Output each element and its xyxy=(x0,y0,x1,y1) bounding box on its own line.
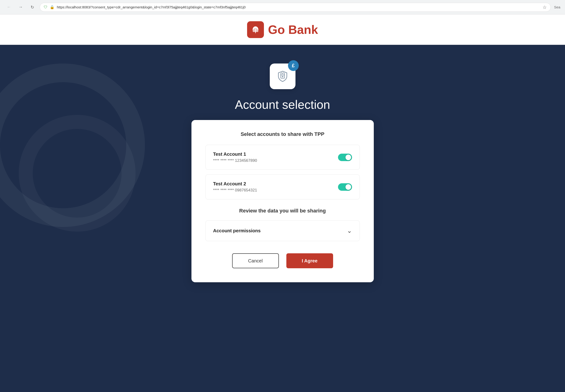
chevron-down-icon: ⌄ xyxy=(347,227,352,234)
account-name-1: Test Account 1 xyxy=(213,152,257,157)
account-number-2: **** **** **** 0987654321 xyxy=(213,188,257,193)
account-info-2: Test Account 2 **** **** **** 0987654321 xyxy=(213,181,257,193)
bookmark-icon[interactable]: ☆ xyxy=(543,4,547,10)
account-number-1: **** **** **** 1234567890 xyxy=(213,158,257,163)
permissions-accordion[interactable]: Account permissions ⌄ xyxy=(206,220,360,241)
action-buttons: Cancel I Agree xyxy=(206,253,360,268)
account-toggle-2[interactable] xyxy=(338,183,352,191)
main-card: Select accounts to share with TPP Test A… xyxy=(192,120,374,282)
toggle-thumb-1 xyxy=(345,154,351,160)
account-toggle-1[interactable] xyxy=(338,154,352,161)
back-button[interactable]: ← xyxy=(5,3,13,12)
review-title: Review the data you will be sharing xyxy=(206,208,360,214)
lock-icon: 🔒 xyxy=(50,5,55,9)
toggle-thumb-2 xyxy=(345,184,351,190)
brand-icon xyxy=(247,21,264,38)
top-header: Go Bank xyxy=(0,14,565,45)
toggle-track-1 xyxy=(338,154,352,161)
reload-button[interactable]: ↻ xyxy=(28,3,36,12)
url-text: https://localhost:8083/?consent_type=cdr… xyxy=(57,5,538,9)
account-row-1: Test Account 1 **** **** **** 1234567890 xyxy=(206,145,360,170)
permissions-label: Account permissions xyxy=(213,228,261,234)
forward-button[interactable]: → xyxy=(16,3,25,12)
account-row-2: Test Account 2 **** **** **** 0987654321 xyxy=(206,174,360,199)
brand-name: Go Bank xyxy=(268,23,318,37)
brand-svg-icon xyxy=(250,25,261,35)
agree-button[interactable]: I Agree xyxy=(286,253,333,268)
toggle-track-2 xyxy=(338,183,352,191)
currency-badge: £ xyxy=(288,60,299,71)
page-icon-container: £ xyxy=(270,64,296,89)
shield-icon xyxy=(276,70,289,83)
page-title: Account selection xyxy=(235,98,330,112)
security-icon: 🛡 xyxy=(44,5,47,9)
main-content: £ Account selection Select accounts to s… xyxy=(0,45,565,392)
card-subtitle: Select accounts to share with TPP xyxy=(206,131,360,137)
search-label: Sea xyxy=(554,5,560,9)
brand-logo: Go Bank xyxy=(247,21,318,38)
address-bar[interactable]: 🛡 🔒 https://localhost:8083/?consent_type… xyxy=(40,3,551,12)
svg-point-1 xyxy=(282,76,283,77)
browser-chrome: ← → ↻ 🛡 🔒 https://localhost:8083/?consen… xyxy=(0,0,565,14)
bg-decoration-2 xyxy=(19,115,135,232)
review-section: Review the data you will be sharing Acco… xyxy=(206,208,360,241)
account-name-2: Test Account 2 xyxy=(213,181,257,187)
account-info-1: Test Account 1 **** **** **** 1234567890 xyxy=(213,152,257,163)
cancel-button[interactable]: Cancel xyxy=(232,253,279,268)
